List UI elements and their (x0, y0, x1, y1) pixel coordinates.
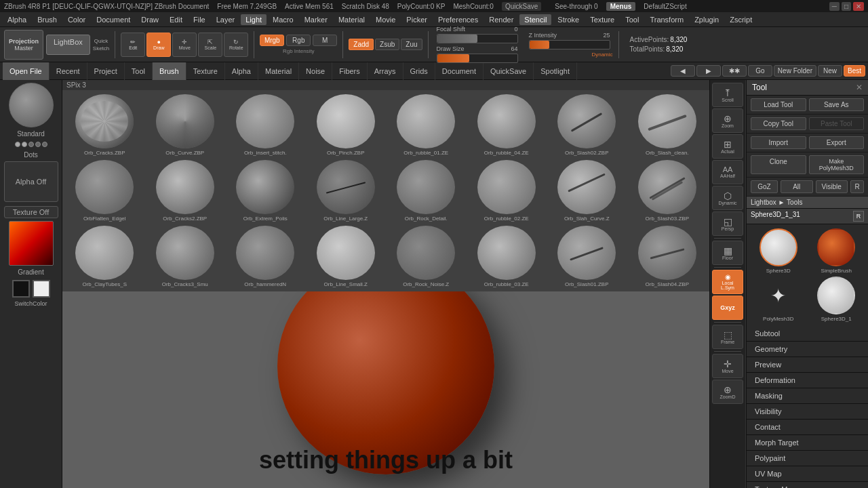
move-view-btn[interactable]: ✛ Move (712, 354, 743, 378)
zoom-btn[interactable]: ⊕ Zoom (712, 108, 743, 133)
masking-item[interactable]: Masking (747, 388, 868, 403)
menu-texture[interactable]: Texture (585, 14, 619, 25)
draw-size-slider[interactable] (437, 54, 518, 63)
scale-tool-btn[interactable]: ⇱Scale (198, 33, 222, 57)
zoomd-btn[interactable]: ⊕ ZoomD (712, 380, 743, 404)
geometry-item[interactable]: Geometry (747, 342, 868, 357)
menu-transform[interactable]: Transform (645, 14, 688, 25)
list-item[interactable]: Orb_Cracks2.ZBP (146, 159, 225, 223)
texture-map-item[interactable]: Texture Map (747, 482, 868, 488)
new-btn[interactable]: New (818, 65, 842, 77)
dot-5[interactable] (42, 142, 47, 147)
paste-tool-btn[interactable]: Paste Tool (809, 117, 865, 130)
nav-next-btn[interactable]: ▶ (696, 65, 721, 77)
list-item[interactable]: Orb_rubble_03.ZE (467, 224, 547, 289)
tab-grids[interactable]: Grids (403, 62, 435, 80)
copy-tool-btn[interactable]: Copy Tool (751, 117, 806, 130)
list-item[interactable]: Orb_Slash_clean. (628, 93, 707, 157)
tab-arrays[interactable]: Arrays (368, 62, 403, 80)
list-item[interactable]: Orb_rubble_01.ZE (387, 93, 466, 157)
sphere3d-thumb[interactable] (760, 228, 797, 266)
brush-preview[interactable] (9, 83, 54, 127)
z-intensity-slider[interactable] (529, 40, 610, 49)
menu-marker[interactable]: Marker (300, 14, 332, 25)
window-controls[interactable]: ─ □ ✕ (829, 2, 864, 11)
menu-document[interactable]: Document (92, 14, 135, 25)
list-item[interactable]: Orb_rubble_02.ZE (467, 159, 547, 223)
sphere3d1-thumb[interactable] (817, 277, 855, 314)
texture-off-btn[interactable]: Texture Off (4, 206, 58, 218)
list-item[interactable]: Orb_ClayTubes_S (65, 224, 144, 289)
list-item[interactable]: Orb_Cracks.ZBP (65, 93, 144, 157)
list-item[interactable]: Orb_hammeredN (226, 224, 305, 289)
import-btn[interactable]: Import (751, 136, 806, 149)
deformation-item[interactable]: Deformation (747, 373, 868, 388)
list-item[interactable]: Orb_Rock_Detail. (387, 159, 466, 223)
mrgb-btn[interactable]: Mrgb (260, 35, 284, 46)
dynamic-btn[interactable]: ⬡ Dynamic (712, 186, 743, 210)
tab-noise[interactable]: Noise (299, 62, 332, 80)
list-item[interactable]: Orb_Slash02.ZBP (547, 93, 627, 157)
tab-document[interactable]: Document (435, 62, 484, 80)
rotate-tool-btn[interactable]: ↻Rotate (224, 33, 248, 57)
edit-tool-btn[interactable]: ✏Edit (121, 33, 145, 57)
tab-recent[interactable]: Recent (50, 62, 87, 80)
go-btn[interactable]: Go (748, 65, 772, 77)
menu-tool[interactable]: Tool (620, 14, 644, 25)
menu-file[interactable]: File (189, 14, 210, 25)
menu-movie[interactable]: Movie (371, 14, 400, 25)
load-tool-btn[interactable]: Load Tool (751, 98, 806, 111)
best-btn[interactable]: Best (844, 65, 865, 77)
preview-item[interactable]: Preview (747, 357, 868, 372)
export-btn[interactable]: Export (809, 136, 865, 149)
menu-preferences[interactable]: Preferences (433, 14, 483, 25)
lightbox-tools-bar[interactable]: Lightbox ► Tools (747, 197, 868, 209)
tab-material[interactable]: Material (258, 62, 299, 80)
menu-light[interactable]: Light (241, 14, 267, 25)
menu-draw[interactable]: Draw (136, 14, 163, 25)
new-folder-btn[interactable]: New Folder (774, 65, 816, 77)
focal-shift-slider[interactable] (437, 34, 518, 43)
menu-material[interactable]: Material (334, 14, 370, 25)
make-poly-btn[interactable]: Make PolyMesh3D (809, 155, 865, 174)
menu-macro[interactable]: Macro (268, 14, 298, 25)
tab-open-file[interactable]: Open File (3, 62, 50, 80)
save-as-btn[interactable]: Save As (809, 98, 865, 111)
morph-target-item[interactable]: Morph Target (747, 435, 868, 450)
actual-btn[interactable]: ⊞ Actual (712, 134, 743, 159)
m-btn[interactable]: M (313, 35, 337, 46)
menu-zscript[interactable]: Zscript (725, 14, 757, 25)
dot-4[interactable] (35, 142, 41, 147)
tab-alpha[interactable]: Alpha (225, 62, 258, 80)
alpha-off-btn[interactable]: Alpha Off (4, 161, 58, 202)
list-item[interactable]: Orb_Line_Large.Z (307, 159, 386, 223)
quick-save-btn[interactable]: QuickSave (502, 2, 541, 11)
menu-brush[interactable]: Brush (33, 14, 62, 25)
draw-tool-btn[interactable]: ●Draw (146, 33, 171, 57)
list-item[interactable]: Orb_Extrem_Polis (226, 159, 305, 223)
uv-map-item[interactable]: UV Map (747, 466, 868, 481)
tab-spotlight[interactable]: Spotlight (534, 62, 577, 80)
tab-quicksave[interactable]: QuickSave (484, 62, 534, 80)
gxyz-btn[interactable]: Gxyz (712, 296, 743, 320)
list-item[interactable]: Orb_Curve.ZBP (146, 93, 225, 157)
white-swatch[interactable] (33, 280, 50, 298)
nav-prev-btn[interactable]: ◀ (671, 65, 695, 77)
visibility-item[interactable]: Visibility (747, 404, 868, 419)
scroll-btn[interactable]: ⤒ Scroll (712, 83, 743, 107)
list-item[interactable]: Orb_Rock_Noise.Z (387, 224, 466, 289)
zadd-btn[interactable]: Zadd (349, 39, 374, 50)
color-picker[interactable] (9, 221, 54, 266)
r-btn[interactable]: R (850, 180, 864, 193)
lightbox-btn[interactable]: LightBox (46, 35, 90, 55)
list-item[interactable]: Orb_Line_Small.Z (307, 224, 386, 289)
all-btn[interactable]: All (781, 180, 813, 193)
selected-r-btn[interactable]: R (853, 211, 864, 222)
simplebrush-thumb[interactable] (817, 228, 855, 266)
persp-btn[interactable]: ◱ Persp (712, 211, 743, 236)
list-item[interactable]: Orb_insert_stitch. (226, 93, 305, 157)
goz-btn[interactable]: GoZ (751, 180, 778, 193)
menu-zplugin[interactable]: Zplugin (690, 14, 724, 25)
tab-project[interactable]: Project (87, 62, 125, 80)
polypaint-item[interactable]: Polypaint (747, 451, 868, 466)
